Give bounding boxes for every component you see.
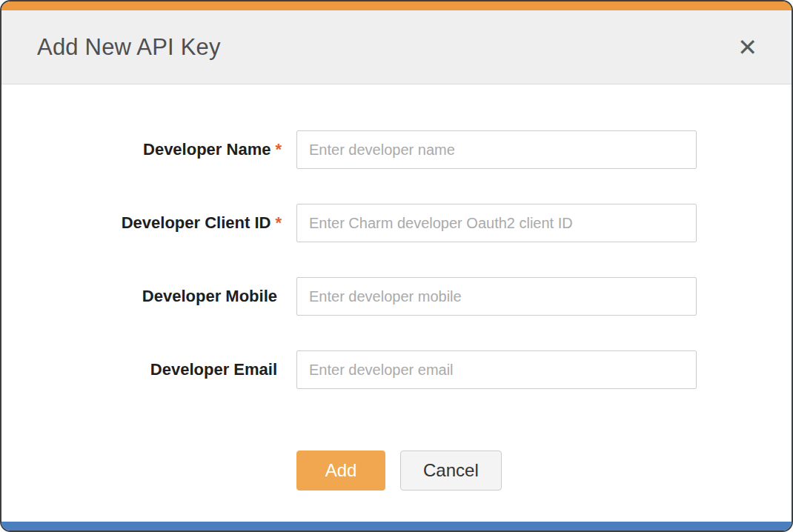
developer-name-input-wrap — [296, 130, 697, 169]
developer-mobile-input[interactable] — [296, 277, 697, 316]
label-text: Developer Email — [150, 360, 277, 379]
developer-client-id-label: Developer Client ID* — [1, 213, 282, 233]
required-asterisk: * — [275, 213, 282, 232]
add-api-key-dialog: Add New API Key ✕ Developer Name* Develo… — [0, 0, 793, 532]
developer-client-id-input[interactable] — [296, 204, 697, 242]
developer-mobile-label: Developer Mobile — [1, 287, 282, 306]
developer-email-input-wrap — [296, 350, 697, 389]
developer-email-row: Developer Email — [1, 350, 792, 389]
dialog-header: Add New API Key ✕ — [1, 10, 792, 84]
label-text: Developer Mobile — [142, 287, 277, 305]
dialog-body: Developer Name* Developer Client ID* Dev… — [1, 84, 792, 522]
top-accent-bar — [1, 1, 792, 10]
developer-email-input[interactable] — [296, 350, 697, 389]
developer-name-label: Developer Name* — [1, 140, 282, 159]
cancel-button[interactable]: Cancel — [400, 450, 502, 491]
close-icon[interactable]: ✕ — [733, 31, 762, 64]
developer-mobile-row: Developer Mobile — [1, 277, 792, 316]
developer-name-input[interactable] — [296, 130, 697, 169]
developer-name-row: Developer Name* — [1, 130, 792, 169]
bottom-accent-bar — [1, 522, 792, 531]
required-asterisk: * — [275, 140, 282, 159]
developer-client-id-row: Developer Client ID* — [1, 204, 792, 242]
label-text: Developer Name — [143, 140, 271, 159]
dialog-actions: Add Cancel — [296, 450, 792, 491]
dialog-title: Add New API Key — [37, 34, 221, 61]
developer-email-label: Developer Email — [1, 360, 282, 379]
add-button[interactable]: Add — [296, 450, 385, 491]
developer-client-id-input-wrap — [296, 204, 697, 242]
label-text: Developer Client ID — [122, 213, 271, 232]
developer-mobile-input-wrap — [296, 277, 697, 316]
